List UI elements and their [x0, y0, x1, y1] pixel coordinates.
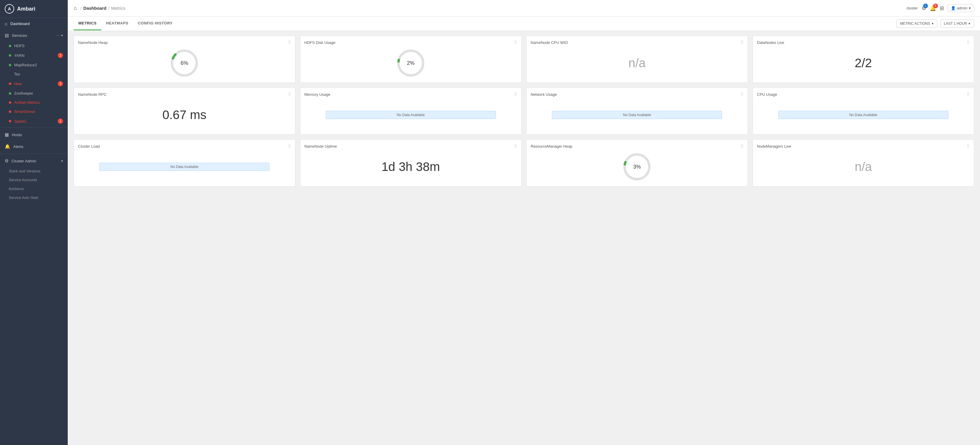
sidebar-sub-kerberos[interactable]: Kerberos	[0, 185, 68, 193]
drag-handle-icon[interactable]: ⠿	[514, 144, 517, 148]
home-icon: ⌂	[5, 21, 7, 26]
logo-icon: A	[5, 4, 14, 14]
drag-handle-icon[interactable]: ⠿	[741, 40, 743, 45]
sidebar-service-hdfs[interactable]: HDFS	[0, 41, 68, 50]
donut-chart: 2%	[396, 48, 425, 78]
breadcrumb: ⌂ / Dashboard / Metrics	[74, 5, 126, 11]
drag-handle-icon[interactable]: ⠿	[741, 92, 743, 97]
tabs-actions: METRIC ACTIONS ▾ LAST 1 HOUR ▾	[896, 16, 974, 31]
sidebar-service-ambari-metrics[interactable]: Ambari Metrics	[0, 98, 68, 107]
home-breadcrumb-icon[interactable]: ⌂	[74, 5, 77, 11]
status-dot-red	[9, 120, 11, 122]
no-data-bar: No Data Available	[778, 111, 948, 119]
topbar-right: cluster ⚙ 1 🔔 8 ⊞ 👤 admin ▾	[906, 4, 974, 12]
drag-handle-icon[interactable]: ⠿	[967, 92, 970, 97]
metric-body: n/a	[757, 152, 970, 182]
sidebar: A Ambari ⌂ Dashboard ▤ Services ··· ▾ HD…	[0, 0, 68, 445]
drag-handle-icon[interactable]: ⠿	[514, 40, 517, 45]
tabs-bar: METRICS HEATMAPS CONFIG HISTORY METRIC A…	[68, 16, 980, 31]
admin-button[interactable]: 👤 admin ▾	[948, 4, 974, 12]
sidebar-item-alerts[interactable]: 🔔 Alerts	[0, 140, 68, 152]
metric-card-header: NameNode Uptime ⠿	[304, 144, 517, 148]
sidebar-service-yarn[interactable]: YARN 3	[0, 50, 68, 61]
sidebar-service-spark2[interactable]: Spark2 1	[0, 116, 68, 126]
cluster-admin-icon: ⚙	[5, 158, 8, 164]
metric-card-namenode-rpc: NameNode RPC ⠿ 0.67 ms	[74, 88, 295, 135]
alerts-button[interactable]: 🔔 8	[930, 5, 936, 11]
metric-card-namenode-cpu-wio: NameNode CPU WIO ⠿ n/a	[526, 36, 748, 83]
tab-heatmaps[interactable]: HEATMAPS	[101, 17, 133, 30]
service-name: Spark2	[14, 119, 26, 123]
drag-handle-icon[interactable]: ⠿	[288, 92, 291, 97]
app-logo[interactable]: A Ambari	[0, 0, 68, 18]
metric-body: 2%	[304, 48, 517, 78]
drag-handle-icon[interactable]: ⠿	[288, 40, 291, 45]
sidebar-item-services[interactable]: ▤ Services ··· ▾	[0, 29, 68, 41]
sidebar-sub-service-auto-start[interactable]: Service Auto Start	[0, 193, 68, 202]
metric-body: No Data Available	[78, 152, 291, 182]
apps-button[interactable]: ⊞	[940, 5, 944, 11]
breadcrumb-sep2: /	[108, 6, 109, 11]
services-more-icon[interactable]: ···	[56, 33, 60, 38]
metric-body: 0.67 ms	[78, 100, 291, 130]
metric-card-header: Memory Usage ⠿	[304, 92, 517, 97]
cluster-admin-arrow-icon: ▾	[61, 159, 63, 163]
metric-card-header: NameNode Heap ⠿	[78, 40, 291, 45]
donut-value: 6%	[180, 60, 188, 66]
alert-badge: 3	[58, 81, 63, 86]
metric-card-header: Cluster Load ⠿	[78, 144, 291, 148]
metric-title: NameNode Heap	[78, 40, 108, 45]
sidebar-service-tez[interactable]: Tez	[0, 70, 68, 79]
metrics-content: NameNode Heap ⠿ 6% HDFS Disk Usage ⠿	[68, 31, 980, 445]
settings-button[interactable]: ⚙ 1	[921, 5, 926, 11]
metric-actions-arrow: ▾	[932, 22, 934, 26]
metric-body: 2/2	[757, 48, 970, 78]
sidebar-item-cluster-admin[interactable]: ⚙ Cluster Admin ▾	[0, 155, 68, 167]
metric-card-memory-usage: Memory Usage ⠿ No Data Available	[300, 88, 522, 135]
services-icon: ▤	[5, 33, 9, 38]
service-name: YARN	[14, 53, 24, 58]
divider	[0, 153, 68, 154]
divider	[0, 127, 68, 128]
admin-arrow-icon: ▾	[969, 6, 971, 10]
drag-handle-icon[interactable]: ⠿	[514, 92, 517, 97]
time-range-button[interactable]: LAST 1 HOUR ▾	[940, 19, 974, 28]
sidebar-sub-stack-versions[interactable]: Stack and Versions	[0, 167, 68, 175]
metric-card-namenode-heap: NameNode Heap ⠿ 6%	[74, 36, 295, 83]
drag-handle-icon[interactable]: ⠿	[741, 144, 743, 148]
donut-chart: 6%	[170, 48, 199, 78]
service-name: SmartSense	[14, 109, 35, 114]
alert-badge: 1	[58, 118, 63, 124]
breadcrumb-dashboard[interactable]: Dashboard	[83, 6, 106, 11]
drag-handle-icon[interactable]: ⠿	[967, 40, 970, 45]
metric-actions-button[interactable]: METRIC ACTIONS ▾	[896, 19, 937, 28]
tab-config-history[interactable]: CONFIG HISTORY	[133, 17, 177, 30]
sidebar-service-zookeeper[interactable]: ZooKeeper	[0, 89, 68, 98]
metric-value: 1d 3h 38m	[382, 160, 440, 174]
status-dot-red	[9, 101, 11, 104]
metric-card-nodemanagers-live: NodeManagers Live ⠿ n/a	[752, 139, 974, 187]
sidebar-service-hive[interactable]: Hive 3	[0, 79, 68, 89]
cluster-admin-label: Cluster Admin	[11, 159, 60, 163]
drag-handle-icon[interactable]: ⠿	[288, 144, 291, 148]
metric-card-header: DataNodes Live ⠿	[757, 40, 970, 45]
tab-metrics[interactable]: METRICS	[74, 17, 101, 30]
status-dot-green	[9, 64, 11, 66]
drag-handle-icon[interactable]: ⠿	[967, 144, 970, 148]
metric-title: CPU Usage	[757, 92, 777, 97]
metric-title: NameNode RPC	[78, 92, 107, 97]
metric-title: Cluster Load	[78, 144, 100, 148]
alerts-badge: 8	[933, 3, 938, 8]
metric-title: Memory Usage	[304, 92, 330, 97]
sidebar-sub-service-accounts[interactable]: Service Accounts	[0, 175, 68, 185]
hosts-icon: ▦	[5, 132, 9, 137]
sidebar-service-mapreduce2[interactable]: MapReduce2	[0, 61, 68, 70]
sidebar-service-smartsense[interactable]: SmartSense	[0, 107, 68, 116]
metric-card-cpu-usage: CPU Usage ⠿ No Data Available	[752, 88, 974, 135]
sidebar-item-hosts[interactable]: ▦ Hosts	[0, 129, 68, 140]
services-arrow-icon: ▾	[61, 33, 63, 37]
app-name: Ambari	[17, 6, 35, 12]
metric-card-resourcemanager-heap: ResourceManager Heap ⠿ 3%	[526, 139, 748, 187]
sidebar-item-dashboard[interactable]: ⌂ Dashboard	[0, 18, 68, 29]
time-range-label: LAST 1 HOUR	[944, 22, 967, 26]
